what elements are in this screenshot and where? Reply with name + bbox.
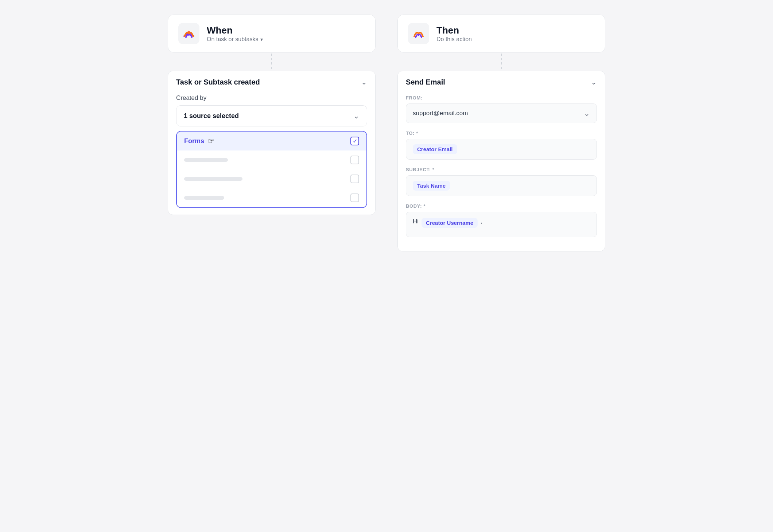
placeholder-2 — [184, 177, 242, 181]
connector-line-right — [501, 54, 502, 70]
subtitle-chevron[interactable]: ▾ — [260, 36, 263, 42]
source-dropdown-chevron: ⌄ — [353, 112, 360, 120]
forms-other-row-1[interactable] — [177, 150, 366, 169]
fields-section: FROM: support@email.com ⌄ TO: * Creator … — [406, 95, 597, 237]
connector-line-left — [271, 54, 272, 70]
subject-label: SUBJECT: * — [406, 167, 597, 172]
send-email-label: Send Email — [406, 78, 445, 86]
then-logo-icon — [412, 27, 425, 40]
send-email-chevron: ⌄ — [591, 78, 597, 86]
subject-field-group: SUBJECT: * Task Name — [406, 167, 597, 196]
to-tag-creator-email[interactable]: Creator Email — [413, 144, 457, 154]
to-input-area[interactable]: Creator Email — [406, 139, 597, 160]
created-by-section: Created by 1 source selected ⌄ — [176, 94, 367, 126]
then-header-card: Then Do this action — [397, 15, 605, 52]
send-email-dropdown[interactable]: Send Email ⌄ — [406, 78, 597, 86]
body-field-group: BODY: * Hi Creator Username , — [406, 203, 597, 237]
when-header-card: When On task or subtasks ▾ — [168, 15, 376, 52]
from-chevron: ⌄ — [584, 109, 590, 118]
when-subtitle: On task or subtasks ▾ — [207, 36, 263, 43]
when-logo-box — [178, 23, 199, 44]
right-connector — [397, 52, 605, 71]
main-layout: When On task or subtasks ▾ Task or Subta… — [168, 15, 605, 251]
logo-overlay — [182, 27, 195, 40]
placeholder-1 — [184, 158, 228, 162]
from-field-group: FROM: support@email.com ⌄ — [406, 95, 597, 123]
forms-dropdown: Forms ☞ ✓ — [176, 131, 367, 208]
checkbox-unchecked-2[interactable] — [350, 175, 359, 183]
to-label: TO: * — [406, 130, 597, 136]
right-column: Then Do this action Send Email ⌄ FROM: — [397, 15, 605, 251]
cursor-hand-icon: ☞ — [208, 137, 214, 145]
checkbox-unchecked-3[interactable] — [350, 193, 359, 202]
then-subtitle: Do this action — [436, 36, 472, 43]
when-text-block: When On task or subtasks ▾ — [207, 25, 263, 43]
body-suffix: , — [481, 218, 482, 225]
forms-checkbox-checked[interactable]: ✓ — [350, 137, 359, 145]
subject-tag-task-name[interactable]: Task Name — [413, 181, 450, 191]
from-value: support@email.com — [413, 110, 468, 117]
from-dropdown[interactable]: support@email.com ⌄ — [406, 103, 597, 123]
source-dropdown[interactable]: 1 source selected ⌄ — [176, 105, 367, 126]
forms-item-row[interactable]: Forms ☞ ✓ — [177, 132, 366, 150]
subject-input-area[interactable]: Task Name — [406, 175, 597, 196]
placeholder-3 — [184, 196, 224, 200]
source-dropdown-text: 1 source selected — [184, 112, 239, 120]
forms-label-group: Forms ☞ — [184, 137, 214, 145]
from-label: FROM: — [406, 95, 597, 101]
to-field-group: TO: * Creator Email — [406, 130, 597, 160]
forms-other-row-2[interactable] — [177, 169, 366, 188]
body-prefix: Hi — [413, 218, 419, 225]
created-by-label: Created by — [176, 94, 367, 102]
when-title: When — [207, 25, 263, 36]
task-subtask-dropdown[interactable]: Task or Subtask created ⌄ — [176, 78, 367, 86]
trigger-section-card: Task or Subtask created ⌄ Created by 1 s… — [168, 71, 376, 215]
then-text-block: Then Do this action — [436, 25, 472, 43]
body-tag-creator-username[interactable]: Creator Username — [422, 218, 478, 228]
forms-other-row-3[interactable] — [177, 188, 366, 207]
send-email-card: Send Email ⌄ FROM: support@email.com ⌄ T… — [397, 71, 605, 251]
body-input-area[interactable]: Hi Creator Username , — [406, 212, 597, 237]
task-subtask-label: Task or Subtask created — [176, 78, 260, 86]
then-title: Then — [436, 25, 472, 36]
left-connector — [168, 52, 376, 71]
then-logo-box — [408, 23, 429, 44]
checkbox-unchecked-1[interactable] — [350, 156, 359, 164]
left-column: When On task or subtasks ▾ Task or Subta… — [168, 15, 376, 251]
forms-item-label: Forms — [184, 137, 204, 145]
body-label: BODY: * — [406, 203, 597, 209]
task-subtask-chevron: ⌄ — [361, 78, 367, 86]
